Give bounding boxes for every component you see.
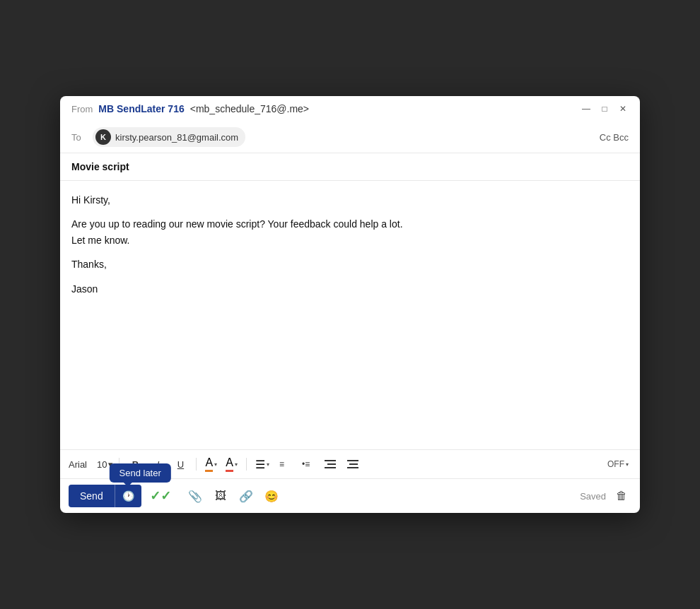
decrease-indent-button[interactable] [320,454,340,474]
delete-button[interactable]: 🗑 [612,486,631,506]
attachment-icons: 📎 🖼 🔗 😊 [185,486,281,506]
font-color-arrow-icon: ▾ [214,461,217,468]
svg-rect-5 [347,460,358,461]
recipient-avatar: K [95,129,111,145]
formatting-toolbar: Arial 10 ▾ B I U A ▾ A ▾ ☰ ▾ ≡ [60,449,640,478]
insert-image-button[interactable]: 🖼 [211,486,231,506]
spell-check-dropdown[interactable]: OFF ▾ [605,459,631,469]
insert-link-button[interactable]: 🔗 [236,486,256,506]
highlight-color-dropdown[interactable]: A ▾ [223,456,240,472]
send-later-button[interactable]: 🕐 [115,485,141,507]
svg-text:•≡: •≡ [302,459,310,469]
sender-email: <mb_schedule_716@.me> [190,103,309,114]
image-icon: 🖼 [215,490,226,502]
svg-rect-2 [325,460,336,461]
spell-check-arrow-icon: ▾ [626,461,629,468]
window-controls: — □ ✕ [581,103,629,114]
toolbar-separator-1 [119,458,119,471]
decrease-indent-icon [325,459,336,470]
checkmark-button[interactable]: ✓✓ [147,485,174,507]
svg-rect-6 [349,463,358,465]
ordered-list-button[interactable]: ≡ [275,454,295,474]
send-button-group: Send 🕐 Send later [69,485,141,507]
checkmark-icon: ✓✓ [150,488,171,504]
maximize-button[interactable]: □ [599,103,610,114]
link-icon: 🔗 [239,490,253,503]
highlight-arrow-icon: ▾ [235,461,238,468]
subject-text: Movie script [71,161,129,172]
unordered-list-icon: •≡ [302,459,313,470]
unordered-list-button[interactable]: •≡ [298,454,317,474]
toolbar-separator-3 [246,458,247,471]
svg-rect-7 [347,467,358,468]
send-button[interactable]: Send [69,485,115,507]
emoji-icon: 😊 [264,490,279,503]
email-compose-window: From MB SendLater 716 <mb_schedule_716@.… [60,96,640,513]
font-size-value: 10 [97,459,107,470]
to-label: To [71,132,93,143]
body-closing: Thanks, [71,256,629,272]
body-paragraph1: Are you up to reading our new movie scri… [71,216,629,248]
to-row: To K kirsty.pearson_81@gmail.com Cc Bcc [60,122,640,153]
email-body[interactable]: Hi Kirsty, Are you up to reading our new… [60,181,640,449]
from-label: From [71,104,93,114]
body-signature: Jason [71,281,629,297]
bold-button[interactable]: B [125,454,145,474]
italic-button[interactable]: I [148,454,168,474]
title-bar: From MB SendLater 716 <mb_schedule_716@.… [60,96,640,122]
font-size-selector[interactable]: 10 ▾ [97,459,113,470]
highlight-a-icon: A [226,456,233,472]
from-row: From MB SendLater 716 <mb_schedule_716@.… [71,103,629,114]
increase-indent-button[interactable] [343,454,363,474]
align-icon: ☰ [255,458,265,471]
saved-label-text: Saved [580,491,606,502]
toolbar-separator-2 [196,458,197,471]
svg-text:≡: ≡ [279,459,284,469]
underline-button[interactable]: U [170,454,190,474]
subject-row: Movie script [60,153,640,181]
recipient-email: kirsty.pearson_81@gmail.com [115,132,238,143]
minimize-button[interactable]: — [581,103,592,114]
action-bar: Send 🕐 Send later ✓✓ 📎 🖼 🔗 😊 [60,478,640,513]
recipient-chip[interactable]: K kirsty.pearson_81@gmail.com [93,127,245,147]
greeting: Hi Kirsty, [71,192,629,208]
attach-file-button[interactable]: 📎 [185,486,205,506]
send-label: Send [80,490,103,502]
font-size-arrow: ▾ [108,459,113,470]
alignment-dropdown[interactable]: ☰ ▾ [252,458,272,471]
send-later-tooltip-container: 🕐 Send later [115,485,141,507]
close-button[interactable]: ✕ [617,103,629,114]
paperclip-icon: 📎 [188,490,202,503]
spell-check-label: OFF [607,459,624,469]
font-color-dropdown[interactable]: A ▾ [202,456,220,472]
cc-bcc-button[interactable]: Cc Bcc [600,132,629,143]
insert-emoji-button[interactable]: 😊 [262,486,281,506]
align-arrow-icon: ▾ [267,461,269,468]
svg-rect-3 [327,463,336,465]
font-color-a-icon: A [205,456,213,472]
clock-icon: 🕐 [122,490,134,502]
font-name-label: Arial [69,459,94,470]
saved-status: Saved 🗑 [580,486,631,506]
trash-icon: 🗑 [616,490,627,502]
ordered-list-icon: ≡ [279,459,291,470]
increase-indent-icon [347,459,358,470]
sender-name: MB SendLater 716 [98,103,184,114]
svg-rect-4 [325,467,336,468]
